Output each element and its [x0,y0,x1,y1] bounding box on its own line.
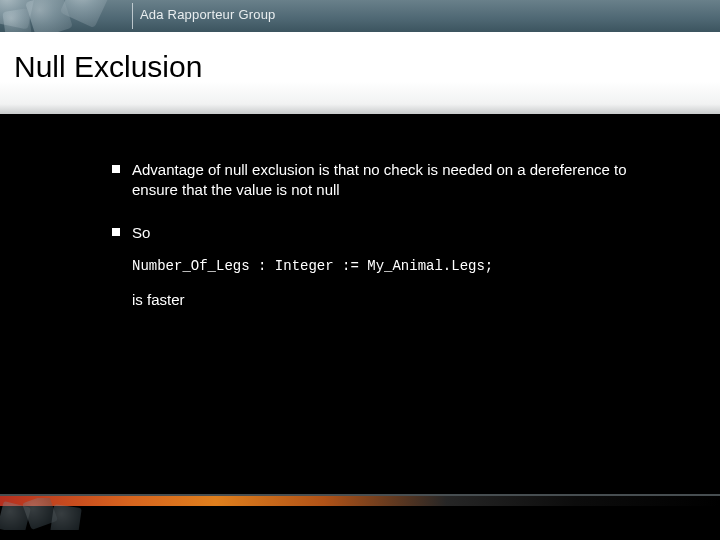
bullet-text: So [132,224,150,241]
footer-strip [0,494,720,530]
code-line: Number_Of_Legs : Integer := My_Animal.Le… [132,257,640,276]
bullet-item: So Number_Of_Legs : Integer := My_Animal… [112,223,640,310]
header-divider [132,3,133,29]
footer-puzzle-decoration [0,498,120,530]
header-group-label: Ada Rapporteur Group [140,7,276,22]
bullet-aftertext: is faster [132,290,640,310]
slide-title: Null Exclusion [14,50,202,84]
header-strip: Ada Rapporteur Group [0,0,720,32]
bullet-item: Advantage of null exclusion is that no c… [112,160,640,201]
header-puzzle-decoration [0,0,130,32]
slide: Ada Rapporteur Group Null Exclusion Adva… [0,0,720,540]
bullet-list: Advantage of null exclusion is that no c… [112,160,640,310]
slide-body: Advantage of null exclusion is that no c… [112,160,640,332]
bullet-text: Advantage of null exclusion is that no c… [132,161,627,198]
